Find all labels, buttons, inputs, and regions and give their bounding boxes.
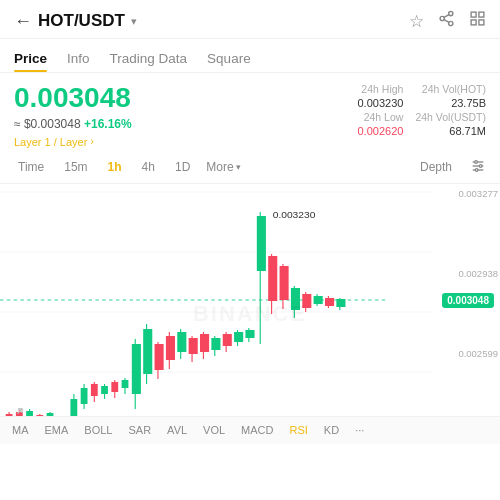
svg-rect-85 (336, 299, 345, 307)
low-label: 24h Low (333, 111, 404, 123)
svg-point-14 (475, 168, 478, 171)
svg-line-4 (444, 15, 449, 18)
indicator-rsi[interactable]: RSI (290, 424, 308, 436)
indicator-avl[interactable]: AVL (167, 424, 187, 436)
indicator-boll[interactable]: BOLL (84, 424, 112, 436)
price-stats: 24h High 24h Vol(HOT) 0.003230 23.75B 24… (333, 83, 486, 137)
indicator-vol[interactable]: VOL (203, 424, 225, 436)
main-price: 0.003048 (14, 83, 132, 114)
svg-rect-62 (211, 338, 220, 350)
candlestick-chart[interactable]: 0.002307 (0, 184, 500, 444)
share-icon[interactable] (438, 10, 455, 32)
price-change: +16.16% (84, 117, 132, 131)
tab-trading-data[interactable]: Trading Data (110, 43, 188, 72)
chart-area: BINANCE 0.002307 (0, 184, 500, 444)
header: ← HOT/USDT ▾ ☆ (0, 0, 500, 39)
svg-rect-64 (223, 334, 232, 346)
indicator-more[interactable]: ··· (355, 424, 364, 436)
more-button[interactable]: More ▾ (206, 160, 240, 174)
svg-point-12 (475, 160, 478, 163)
svg-rect-77 (291, 288, 300, 310)
tab-price[interactable]: Price (14, 43, 47, 72)
grid-icon[interactable] (469, 10, 486, 32)
svg-rect-66 (234, 332, 243, 342)
svg-rect-58 (189, 338, 198, 354)
svg-rect-44 (111, 382, 118, 392)
vol-usdt-value: 68.71M (415, 125, 486, 137)
tab-bar: Price Info Trading Data Square (0, 43, 500, 73)
more-label: More (206, 160, 233, 174)
more-dropdown-icon: ▾ (236, 162, 241, 172)
svg-rect-7 (471, 20, 476, 25)
usd-price: ≈ $0.003048 +16.16% (14, 117, 132, 131)
svg-rect-70 (257, 216, 266, 271)
layer-tag[interactable]: Layer 1 / Layer › (14, 136, 132, 148)
svg-rect-50 (143, 329, 152, 374)
time-btn-4h[interactable]: 4h (138, 158, 159, 176)
depth-button[interactable]: Depth (420, 160, 452, 174)
svg-rect-79 (302, 294, 311, 308)
chart-settings-icon[interactable] (470, 158, 486, 177)
low-value: 0.002620 (333, 125, 404, 137)
tab-square[interactable]: Square (207, 43, 251, 72)
pair-dropdown-icon[interactable]: ▾ (131, 15, 137, 28)
svg-rect-75 (280, 266, 289, 300)
star-icon[interactable]: ☆ (409, 11, 424, 32)
header-left: ← HOT/USDT ▾ (14, 11, 137, 32)
layer-arrow-icon: › (90, 136, 93, 147)
svg-rect-83 (325, 298, 334, 306)
time-btn-1h[interactable]: 1h (104, 158, 126, 176)
svg-rect-60 (200, 334, 209, 352)
indicator-ma[interactable]: MA (12, 424, 29, 436)
svg-rect-73 (268, 256, 277, 301)
svg-line-86 (17, 409, 22, 414)
svg-rect-46 (122, 380, 129, 388)
svg-rect-6 (479, 12, 484, 17)
price-left: 0.003048 ≈ $0.003048 +16.16% Layer 1 / L… (14, 83, 132, 148)
layer-label: Layer 1 / Layer (14, 136, 87, 148)
high-label: 24h High (333, 83, 404, 95)
tab-info[interactable]: Info (67, 43, 90, 72)
price-section: 0.003048 ≈ $0.003048 +16.16% Layer 1 / L… (0, 73, 500, 152)
vol-hot-value: 23.75B (415, 97, 486, 109)
svg-rect-5 (471, 12, 476, 17)
svg-rect-68 (245, 330, 254, 338)
svg-rect-52 (155, 344, 164, 370)
usd-value: ≈ $0.003048 (14, 117, 81, 131)
high-value: 0.003230 (333, 97, 404, 109)
time-btn-time[interactable]: Time (14, 158, 48, 176)
time-btn-15m[interactable]: 15m (60, 158, 91, 176)
indicator-bar: MA EMA BOLL SAR AVL VOL MACD RSI KD ··· (0, 416, 500, 444)
svg-rect-42 (101, 386, 108, 394)
svg-rect-36 (70, 399, 77, 417)
svg-text:0.003230: 0.003230 (273, 209, 316, 219)
svg-rect-8 (479, 20, 484, 25)
trading-pair: HOT/USDT (38, 11, 125, 31)
vol-usdt-label: 24h Vol(USDT) (415, 111, 486, 123)
svg-rect-56 (177, 332, 186, 352)
svg-rect-48 (132, 344, 141, 394)
indicator-macd[interactable]: MACD (241, 424, 273, 436)
svg-point-13 (479, 164, 482, 167)
svg-rect-40 (91, 384, 98, 396)
indicator-sar[interactable]: SAR (128, 424, 151, 436)
back-button[interactable]: ← (14, 11, 32, 32)
indicator-ema[interactable]: EMA (45, 424, 69, 436)
header-right: ☆ (409, 10, 486, 32)
svg-rect-54 (166, 336, 175, 360)
indicator-kd[interactable]: KD (324, 424, 339, 436)
chart-controls: Time 15m 1h 4h 1D More ▾ Depth (0, 152, 500, 184)
svg-rect-81 (314, 296, 323, 304)
vol-hot-label: 24h Vol(HOT) (415, 83, 486, 95)
svg-line-3 (444, 20, 449, 23)
current-price-badge: 0.003048 (442, 293, 494, 308)
time-btn-1d[interactable]: 1D (171, 158, 194, 176)
svg-rect-38 (81, 388, 88, 404)
